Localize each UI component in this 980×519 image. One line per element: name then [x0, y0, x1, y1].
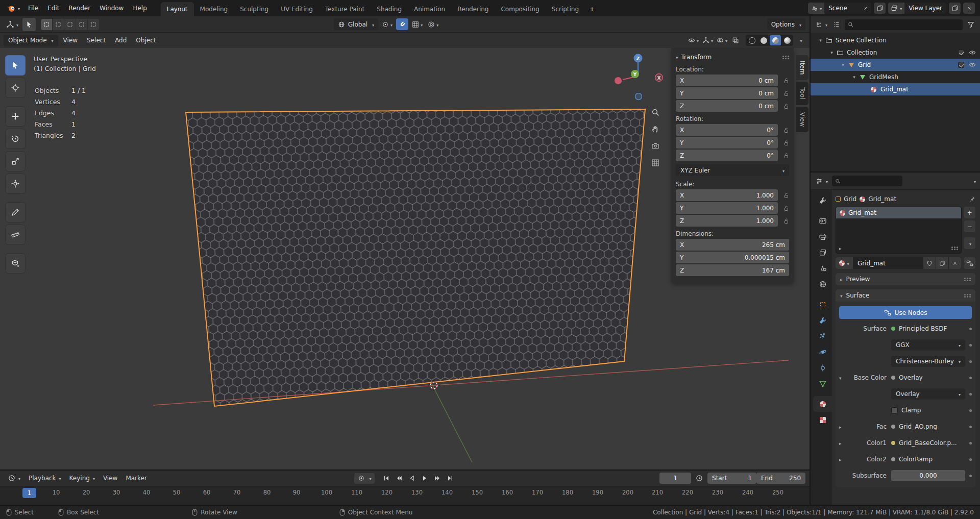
menu-playback[interactable]: Playback [24, 475, 65, 482]
outliner-row-collection[interactable]: Collection [811, 46, 980, 59]
tool-transform[interactable] [5, 174, 26, 194]
workspace-tab-sculpting[interactable]: Sculpting [234, 2, 275, 16]
expand-icon[interactable] [839, 374, 842, 381]
menu-window[interactable]: Window [95, 0, 128, 16]
rotation-z-field[interactable]: Z0° [676, 150, 778, 161]
unlink-material-button[interactable] [949, 257, 961, 269]
select-mode-extend-button[interactable] [53, 19, 64, 30]
collapse-panel-icon[interactable] [676, 54, 678, 61]
animate-dot-icon[interactable] [969, 458, 972, 461]
next-keyframe-button[interactable] [432, 473, 443, 484]
drag-grip-icon[interactable] [782, 56, 784, 57]
timeline-editor-type-button[interactable] [4, 475, 24, 482]
pivot-point-dropdown[interactable] [380, 18, 394, 30]
browse-scene-button[interactable] [808, 3, 824, 14]
auto-keyframe-toggle[interactable] [354, 473, 375, 484]
tab-object-data[interactable] [813, 376, 832, 391]
tab-particles[interactable] [813, 328, 832, 344]
use-preview-range-toggle[interactable] [693, 473, 705, 484]
blender-app-menu[interactable] [3, 0, 23, 16]
tool-rotate[interactable] [5, 129, 26, 149]
frame-end-field[interactable]: End250 [756, 473, 805, 484]
tool-move[interactable] [5, 106, 26, 127]
shading-settings-dropdown[interactable] [795, 35, 806, 46]
workspace-tab-animation[interactable]: Animation [408, 2, 451, 16]
shading-wireframe-button[interactable] [746, 35, 757, 45]
tab-material[interactable] [813, 396, 832, 412]
tool-measure[interactable] [5, 225, 26, 245]
workspace-tab-shading[interactable]: Shading [371, 2, 408, 16]
material-slot-active[interactable]: Grid_mat [836, 207, 961, 218]
color2-link-button[interactable]: ColorRamp [891, 456, 965, 463]
outliner-search[interactable] [845, 19, 963, 30]
shading-rendered-button[interactable] [781, 35, 793, 45]
subsurface-method-dropdown[interactable]: Christensen-Burley [891, 356, 965, 367]
tab-render[interactable] [813, 213, 832, 229]
active-tool-button[interactable] [22, 18, 36, 31]
menu-view[interactable]: View [59, 33, 82, 48]
expand-icon[interactable] [839, 456, 842, 463]
3d-viewport[interactable]: User Perspective (1) Collection | Grid O… [0, 48, 810, 469]
new-view-layer-button[interactable] [949, 3, 961, 14]
tab-constraints[interactable] [813, 360, 832, 376]
lock-icon[interactable] [778, 127, 789, 133]
pan-hand-icon[interactable] [651, 125, 659, 133]
shading-material-preview-button[interactable] [770, 35, 781, 45]
tab-world[interactable] [813, 276, 832, 292]
material-slot-list[interactable]: Grid_mat [836, 207, 962, 254]
shading-solid-button[interactable] [758, 35, 769, 45]
workspace-tab-rendering[interactable]: Rendering [451, 2, 495, 16]
breadcrumb-object[interactable]: Grid [844, 195, 856, 203]
lock-icon[interactable] [778, 205, 789, 211]
sidebar-tab-item[interactable]: Item [796, 55, 808, 80]
view-layer-name[interactable]: View Layer [904, 5, 946, 12]
select-mode-intersect-button[interactable] [88, 19, 99, 30]
add-slot-button[interactable]: + [964, 207, 975, 218]
scene-name[interactable]: Scene [824, 5, 860, 12]
show-overlays-dropdown[interactable] [716, 35, 728, 46]
menu-edit[interactable]: Edit [43, 0, 64, 16]
menu-view[interactable]: View [99, 475, 121, 482]
tool-cursor[interactable] [5, 78, 26, 98]
scale-x-field[interactable]: X1.000 [676, 189, 778, 201]
subsurface-slider[interactable]: 0.000 [891, 470, 965, 481]
animate-dot-icon[interactable] [969, 475, 972, 477]
eye-icon[interactable] [969, 61, 976, 68]
menu-object[interactable]: Object [132, 33, 160, 48]
outliner-row-grid-object[interactable]: Grid [811, 59, 980, 71]
location-z-field[interactable]: Z0 cm [676, 100, 778, 112]
menu-render[interactable]: Render [64, 0, 95, 16]
menu-help[interactable]: Help [128, 0, 151, 16]
workspace-tab-scripting[interactable]: Scripting [546, 2, 585, 16]
workspace-tab-layout[interactable]: Layout [161, 2, 194, 16]
editor-type-3d-viewport-button[interactable] [4, 20, 20, 29]
animate-dot-icon[interactable] [969, 344, 972, 347]
scale-z-field[interactable]: Z1.000 [676, 215, 778, 227]
lock-icon[interactable] [778, 218, 789, 224]
select-mode-invert-button[interactable] [76, 19, 87, 30]
prev-keyframe-button[interactable] [394, 473, 405, 484]
remove-slot-button[interactable]: − [964, 220, 975, 232]
snap-settings-dropdown[interactable] [410, 18, 424, 30]
lock-icon[interactable] [778, 192, 789, 199]
outliner-search-input[interactable] [856, 21, 960, 28]
outliner-editor-type-button[interactable] [814, 21, 828, 28]
jump-to-end-button[interactable] [445, 473, 456, 484]
sidebar-tab-tool[interactable]: Tool [796, 82, 808, 105]
ortho-grid-icon[interactable] [651, 159, 659, 167]
tool-select-box[interactable] [5, 55, 26, 76]
play-button[interactable] [419, 473, 430, 484]
workspace-tab-modeling[interactable]: Modeling [194, 2, 234, 16]
dimensions-x-field[interactable]: X265 cm [676, 239, 789, 251]
proportional-editing-dropdown[interactable] [426, 18, 440, 30]
outliner-row-scene-collection[interactable]: Scene Collection [811, 34, 980, 46]
lock-icon[interactable] [778, 78, 789, 84]
transform-orientation-dropdown[interactable]: Global [334, 18, 378, 30]
tab-physics[interactable] [813, 344, 832, 360]
workspace-tab-compositing[interactable]: Compositing [495, 2, 545, 16]
surface-panel-header[interactable]: Surface [836, 289, 975, 302]
workspace-tab-uv-editing[interactable]: UV Editing [275, 2, 319, 16]
animate-dot-icon[interactable] [969, 442, 972, 444]
tab-view-layer[interactable] [813, 244, 832, 260]
outliner-row-gridmesh-data[interactable]: GridMesh [811, 71, 980, 83]
